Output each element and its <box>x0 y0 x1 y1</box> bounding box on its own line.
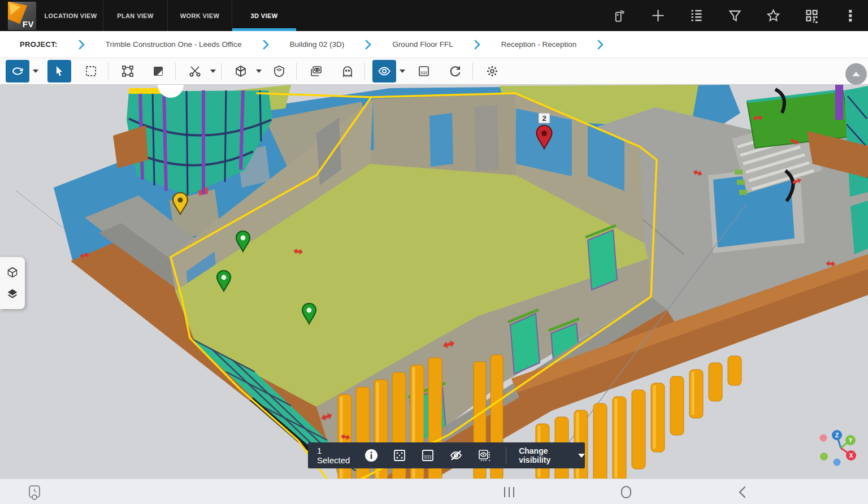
app-logo[interactable]: FV <box>8 2 36 30</box>
refresh-button[interactable] <box>444 60 467 82</box>
app-bar: FV LOCATION VIEW PLAN VIEW WORK VIEW 3D … <box>0 0 868 31</box>
grid-icon[interactable] <box>421 449 435 462</box>
home-button[interactable] <box>619 485 633 499</box>
show-eye-dropdown-caret[interactable] <box>400 69 405 73</box>
tab-label: LOCATION VIEW <box>45 12 97 19</box>
chevron-right-icon <box>474 40 481 50</box>
viewer-toolbar <box>0 58 868 85</box>
breadcrumb-item-room[interactable]: Reception - Reception <box>501 40 577 49</box>
clash-shield-button[interactable] <box>267 60 291 82</box>
selection-count: 1 Selected <box>317 446 350 465</box>
info-icon[interactable] <box>364 449 378 462</box>
toolbar-separator <box>364 63 365 80</box>
orbit-dropdown-caret[interactable] <box>33 69 38 73</box>
collapse-toolbar-button[interactable] <box>845 63 867 85</box>
tab-plan-view[interactable]: PLAN VIEW <box>103 0 167 31</box>
favorite-icon[interactable] <box>766 8 781 23</box>
settings-gear-button[interactable] <box>480 60 504 82</box>
toolbar-separator <box>175 63 176 80</box>
system-nav-bar <box>0 479 868 504</box>
logo-text: FV <box>23 19 34 29</box>
fit-view-icon[interactable] <box>393 449 406 462</box>
breadcrumb-prefix: PROJECT: <box>20 40 58 49</box>
cube-view-dropdown-caret[interactable] <box>256 69 262 73</box>
breadcrumb-item-floor[interactable]: Ground Floor FFL <box>392 40 453 49</box>
layers-icon[interactable] <box>6 288 19 300</box>
3d-model-canvas[interactable]: 2 Z Y X <box>0 85 868 479</box>
render-grid-button[interactable] <box>412 60 436 82</box>
cube-view-button[interactable] <box>229 60 253 82</box>
chevron-right-icon <box>597 40 604 50</box>
axis-label-z: Z <box>835 432 839 438</box>
hide-icon[interactable] <box>449 449 463 462</box>
cut-section-dropdown-caret[interactable] <box>210 69 216 73</box>
breadcrumb-item-project[interactable]: Trimble Construction One - Leeds Office <box>106 40 242 49</box>
ghost-mode-button[interactable] <box>336 60 359 82</box>
cut-section-button[interactable] <box>183 60 207 82</box>
tab-3d-view[interactable]: 3D VIEW <box>232 0 296 31</box>
app-screen: FV LOCATION VIEW PLAN VIEW WORK VIEW 3D … <box>0 0 868 504</box>
isolate-icon[interactable] <box>478 449 491 462</box>
shaded-view-button[interactable] <box>146 60 170 82</box>
qr-scan-icon[interactable] <box>804 8 819 23</box>
layers-visibility-button[interactable] <box>304 60 328 82</box>
pin-badge-count: 2 <box>542 114 546 123</box>
tab-work-view[interactable]: WORK VIEW <box>167 0 232 31</box>
view-tabs: LOCATION VIEW PLAN VIEW WORK VIEW 3D VIE… <box>38 0 296 31</box>
marquee-select-button[interactable] <box>79 60 103 82</box>
breadcrumb-item-building[interactable]: Building 02 (3D) <box>290 40 345 49</box>
selection-bar: 1 Selected Change visibility <box>308 442 585 468</box>
model-tools-panel <box>0 257 25 309</box>
screen-recorder-icon[interactable] <box>27 485 42 501</box>
toolbar-separator <box>472 63 473 80</box>
back-button[interactable] <box>736 485 749 499</box>
tab-label: WORK VIEW <box>180 12 220 19</box>
change-visibility-button[interactable]: Change visibility <box>519 446 569 464</box>
tab-location-view[interactable]: LOCATION VIEW <box>38 0 103 31</box>
remote-connect-icon[interactable] <box>612 8 627 23</box>
transform-button[interactable] <box>116 60 140 82</box>
chevron-up-icon <box>852 72 860 76</box>
toolbar-separator <box>296 63 297 80</box>
toolbar-separator <box>221 63 222 80</box>
tab-label: PLAN VIEW <box>117 12 154 19</box>
select-cursor-button[interactable] <box>47 60 71 82</box>
recents-button[interactable] <box>502 485 517 499</box>
chevron-right-icon <box>364 40 372 50</box>
add-icon[interactable] <box>650 8 666 23</box>
chevron-right-icon <box>78 40 85 50</box>
chevron-down-icon[interactable] <box>578 454 585 458</box>
toolbar-separator <box>108 63 108 80</box>
list-icon[interactable] <box>689 8 704 23</box>
chevron-right-icon <box>262 40 270 50</box>
overflow-menu-icon[interactable] <box>843 8 858 23</box>
breadcrumb: PROJECT: Trimble Construction One - Leed… <box>0 31 868 58</box>
axis-label-x: X <box>849 453 853 459</box>
model-cube-icon[interactable] <box>6 266 19 279</box>
show-eye-button[interactable] <box>372 60 396 82</box>
viewport: 2 Z Y X <box>0 85 868 479</box>
tab-label: 3D VIEW <box>250 12 277 19</box>
filter-icon[interactable] <box>727 8 743 23</box>
orbit-button[interactable] <box>6 60 29 82</box>
selection-bar-separator <box>506 447 506 464</box>
app-bar-actions <box>612 8 858 23</box>
axis-label-y: Y <box>849 437 853 444</box>
